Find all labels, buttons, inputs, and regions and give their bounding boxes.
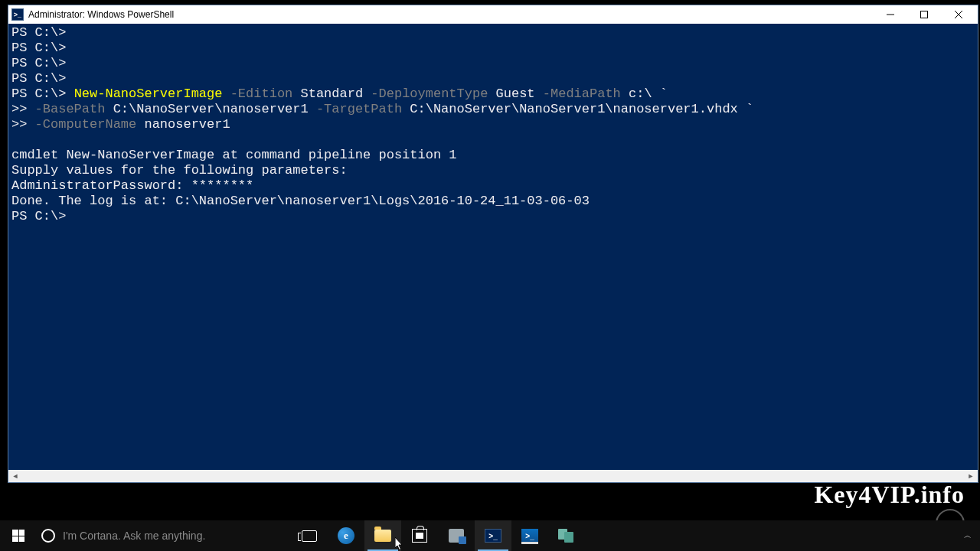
edge-taskbar-button[interactable]: e	[328, 520, 364, 551]
param-targetpath: -TargetPath	[316, 102, 402, 116]
prompt: PS C:\>	[11, 56, 66, 70]
titlebar[interactable]: >_ Administrator: Windows PowerShell	[8, 5, 978, 24]
cortana-icon	[41, 529, 55, 543]
window-controls	[874, 5, 976, 24]
watermark-text: Key4VIP.info	[814, 481, 965, 509]
prompt: PS C:\>	[11, 41, 66, 55]
scroll-left-icon[interactable]: ◄	[9, 471, 21, 481]
prompt: PS C:\>	[11, 71, 66, 86]
prompt: PS C:\>	[11, 209, 66, 223]
windows-logo-icon	[12, 530, 24, 542]
value-targetpath: C:\NanoServer\NanoServer1\nanoserver1.vh…	[410, 102, 737, 116]
powershell-icon: >_	[485, 529, 501, 543]
value-edition: Standard	[301, 86, 364, 101]
tray-overflow-button[interactable]: ︿	[956, 520, 980, 551]
prompt: PS C:\>	[11, 25, 66, 40]
cmdlet-name: New-NanoServerImage	[74, 86, 223, 101]
backtick: `	[660, 86, 668, 101]
cont-prompt: >>	[11, 102, 27, 116]
value-mediapath: c:\	[629, 86, 652, 101]
task-view-icon	[302, 530, 317, 542]
powershell-ise-taskbar-button[interactable]: >_	[511, 520, 548, 551]
hyperv-icon	[558, 529, 575, 543]
file-explorer-taskbar-button[interactable]	[364, 520, 401, 551]
powershell-taskbar-button[interactable]: >_	[475, 520, 511, 551]
output-line: Done. The log is at: C:\NanoServer\nanos…	[11, 194, 590, 208]
scroll-right-icon[interactable]: ►	[965, 471, 977, 481]
powershell-window: >_ Administrator: Windows PowerShell PS …	[8, 5, 978, 483]
param-basepath: -BasePath	[35, 102, 106, 116]
terminal-output[interactable]: PS C:\> PS C:\> PS C:\> PS C:\> PS C:\> …	[8, 24, 978, 470]
param-computername: -ComputerName	[35, 117, 137, 132]
param-mediapath: -MediaPath	[543, 86, 621, 101]
hyperv-taskbar-button[interactable]	[548, 520, 585, 551]
close-button[interactable]	[941, 5, 976, 24]
taskbar: I'm Cortana. Ask me anything. e >_ >_ ︿	[0, 520, 980, 551]
powershell-icon: >_	[11, 8, 24, 21]
task-view-button[interactable]	[291, 520, 328, 551]
output-line: Supply values for the following paramete…	[11, 163, 348, 178]
store-taskbar-button[interactable]	[401, 520, 438, 551]
server-manager-taskbar-button[interactable]	[438, 520, 475, 551]
param-edition: -Edition	[230, 86, 293, 101]
svg-rect-1	[921, 11, 928, 18]
cortana-search[interactable]: I'm Cortana. Ask me anything.	[37, 520, 291, 551]
system-tray: ︿	[956, 520, 980, 551]
value-deployment: Guest	[496, 86, 535, 101]
cont-prompt: >>	[11, 117, 27, 132]
folder-icon	[374, 530, 391, 542]
powershell-ise-icon: >_	[521, 529, 538, 543]
maximize-button[interactable]	[907, 5, 941, 24]
value-basepath: C:\NanoServer\nanoserver1	[113, 102, 309, 116]
prompt: PS C:\>	[11, 86, 66, 101]
store-icon	[412, 529, 427, 543]
start-button[interactable]	[0, 520, 37, 551]
backtick: `	[746, 102, 753, 116]
cortana-placeholder: I'm Cortana. Ask me anything.	[63, 530, 205, 542]
output-line: AdministratorPassword: ********	[11, 178, 253, 193]
window-title: Administrator: Windows PowerShell	[28, 9, 874, 20]
minimize-button[interactable]	[874, 5, 907, 24]
value-computername: nanoserver1	[144, 117, 230, 132]
param-deployment: -DeploymentType	[371, 86, 488, 101]
output-line: cmdlet New-NanoServerImage at command pi…	[11, 148, 457, 162]
server-manager-icon	[449, 529, 464, 543]
edge-icon: e	[338, 527, 354, 544]
